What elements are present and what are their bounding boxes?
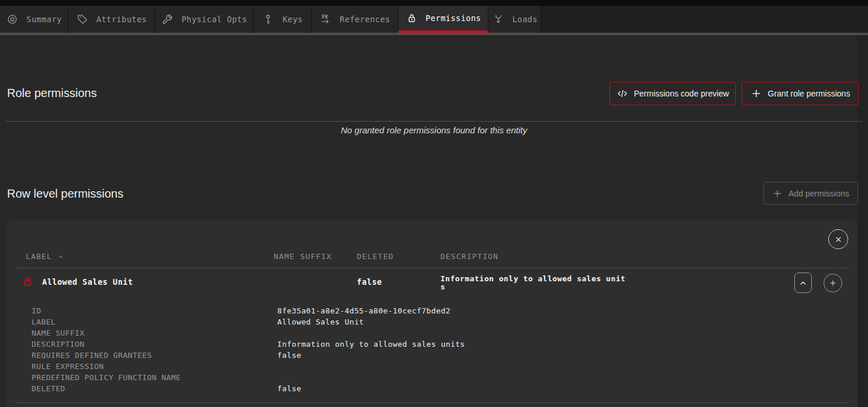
column-header-deleted: DELETED [357, 252, 394, 261]
role-permissions-title: Role permissions [7, 87, 97, 100]
row-description-cell: Information only to allowed sales units [440, 275, 628, 291]
role-permissions-divider [6, 121, 862, 122]
wrench-icon [161, 13, 174, 26]
lock-icon [405, 12, 418, 25]
row-deleted-cell: false [357, 277, 382, 287]
tab-permissions[interactable]: Permissions [398, 6, 488, 33]
right-scroll-gutter [857, 35, 868, 407]
row-label-cell[interactable]: Allowed Sales Unit [42, 277, 133, 287]
role-permissions-empty-message: No granted role permissions found for th… [0, 125, 868, 135]
detail-row-label: LABEL Allowed Sales Unit [32, 316, 465, 327]
window-top-strip [0, 0, 868, 6]
column-header-name-suffix: NAME SUFFIX [274, 252, 332, 261]
lock-icon [21, 275, 34, 288]
plus-icon [750, 88, 762, 99]
detail-row-predefined-policy-function-name: PREDEFINED POLICY FUNCTION NAME [32, 372, 465, 383]
svg-text:FK: FK [322, 14, 329, 20]
add-permissions-button[interactable]: Add permissions [763, 182, 858, 205]
sort-asc-icon [57, 254, 64, 259]
detail-row-name-suffix: NAME SUFFIX [32, 327, 465, 339]
fk-icon: FK [319, 13, 332, 26]
table-row-divider [16, 402, 848, 403]
tab-keys[interactable]: Keys [254, 6, 312, 33]
entity-tab-bar: Summary Attributes Physical Opts Keys FK… [0, 6, 868, 33]
tab-loads[interactable]: Loads [488, 6, 542, 33]
tab-attributes[interactable]: Attributes [68, 6, 155, 33]
detail-row-requires-defined-grantees: REQUIRES DEFINED GRANTEES false [32, 350, 465, 361]
merge-icon [492, 13, 505, 26]
row-detail-list: ID 8fe35a01-a8e2-4d55-a80e-10cecf7bded2 … [32, 305, 465, 394]
detail-row-deleted: DELETED false [32, 383, 465, 394]
close-icon [834, 235, 843, 244]
close-button[interactable] [828, 229, 848, 249]
tag-icon [76, 13, 89, 26]
collapse-row-button[interactable] [794, 273, 812, 293]
tabbar-scrollbar[interactable] [0, 33, 868, 35]
table-header-divider [16, 268, 848, 268]
summary-icon [6, 13, 19, 26]
column-header-description: DESCRIPTION [440, 252, 498, 261]
tab-references[interactable]: FK References [312, 6, 398, 33]
code-icon [616, 88, 628, 99]
plus-icon [829, 279, 837, 287]
detail-row-rule-expression: RULE EXPRESSION [32, 361, 465, 372]
chevron-up-icon [799, 279, 807, 287]
detail-row-description: DESCRIPTION Information only to allowed … [32, 339, 465, 350]
tab-summary[interactable]: Summary [0, 6, 68, 33]
plus-icon [772, 188, 783, 199]
add-grantee-button[interactable] [824, 274, 842, 292]
column-header-label[interactable]: LABEL [26, 252, 64, 261]
row-level-permissions-title: Row level permissions [7, 187, 123, 201]
grant-role-permissions-button[interactable]: Grant role permissions [742, 82, 859, 105]
key-icon [262, 13, 275, 26]
detail-row-id: ID 8fe35a01-a8e2-4d55-a80e-10cecf7bded2 [32, 305, 465, 316]
row-level-permissions-panel: LABEL NAME SUFFIX DELETED DESCRIPTION Al… [7, 220, 857, 407]
tab-physical-opts[interactable]: Physical Opts [155, 6, 254, 33]
permissions-code-preview-button[interactable]: Permissions code preview [609, 82, 736, 105]
